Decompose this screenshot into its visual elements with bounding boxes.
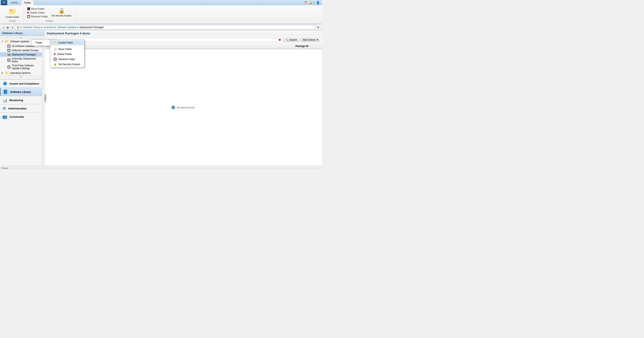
sidebar-scroll-down[interactable]: ▼ [0,75,42,78]
submenu-label-move-folder: Move Folder [58,48,72,51]
icon-3rd-party: 🔲 [7,66,10,69]
navigation-bar: ◀ ▶ ▾ 🏠 ▶ Software Library ▶ Overview ▶ … [0,24,322,30]
search-button[interactable]: 🔍 Search [283,38,300,42]
create-folder-button[interactable]: 📁 Create Folder [4,7,21,19]
submenu-icon-delete-folder: ✖ [54,53,56,56]
icon-administration: ⚙ [2,106,6,111]
submenu-icon-rename-folder: 🔲 [54,58,57,61]
home-icon[interactable]: 🏠 [16,26,20,29]
breadcrumb-overview[interactable]: Overview [44,26,54,29]
sidebar-collapse-button[interactable]: ◀ [44,94,46,102]
sidebar-item-software-update-groups[interactable]: 🔲 Software Update Groups [0,48,42,52]
icon-deployment-pkgs: 📦 [7,53,10,56]
folder-icon-software-updates: 📁 [5,40,9,43]
sidebar-item-third-party[interactable]: 🔲 Third-Party Software Update Catalogs [0,64,42,70]
nav-label-swlib: Software Library [10,90,31,93]
table-header: ▲ Icon Name Package ID [44,44,322,49]
ribbon-group-actions: ⬛ Move Folder ✖ Delete Folder 🔲 Rename F… [24,6,76,23]
ribbon-content: 📁 Create Folder Create ⬛ Move Folder ✖ D… [0,5,322,24]
nav-label-administration: Administration [8,107,27,110]
content-area: Deployment Packages 0 items ✖ 🔍 Search A… [44,30,322,166]
sidebar-scrollbar[interactable] [42,36,44,166]
sidebar-scroll-up[interactable]: ▲ [0,36,42,39]
search-button-label: Search [290,39,297,41]
forward-button[interactable]: ▶ [6,25,10,29]
delete-folder-button[interactable]: ✖ Delete Folder [26,11,49,15]
col-header-name[interactable]: Name [62,44,294,48]
sidebar-label-all-sw: All Software Updates [12,45,34,48]
delete-folder-label: Delete Folder [30,11,45,14]
top-right-icons: ❓ 🔔 1 👤 [302,1,321,4]
set-security-scopes-button[interactable]: 🔒 Set Security Scopes [50,7,73,18]
sidebar: Software Library ▲ ▼ 📁 Software Updates … [0,30,44,166]
nav-item-administration[interactable]: ⚙ Administration [0,104,42,112]
breadcrumb-software-library[interactable]: Software Library [23,26,40,29]
sidebar-label-auto-deploy: Automatic Deployment Rules [12,57,40,63]
actions-group-label: Actions [46,20,53,22]
ribbon-tab-bar: ▼ Home Folder ❓ 🔔 1 👤 [0,0,322,5]
nav-dropdown-button[interactable]: ▾ [11,25,14,29]
main-layout: Software Library ▲ ▼ 📁 Software Updates … [0,30,322,166]
ribbon-group-create: 📁 Create Folder Create [2,6,24,23]
tab-home[interactable]: Home [8,0,20,5]
search-bar: ✖ 🔍 Search Add Criteria ▼ [44,36,322,44]
submenu-label-set-security: Set Security Scopes [58,63,80,66]
submenu-icon-set-security: 🔒 [54,63,57,66]
nav-label-assets: Assets and Compliance [10,82,39,85]
breadcrumb-deployment-packages: Deployment Packages [80,26,104,29]
breadcrumb-dropdown-button[interactable]: ▼ [316,25,320,29]
icon-monitoring: 📊 [2,98,8,103]
info-icon: i [172,106,175,109]
user-icon[interactable]: 👤 [316,1,320,4]
set-security-icon: 🔒 [58,8,65,14]
nav-item-community[interactable]: 👥 Community [0,112,42,121]
sidebar-label-software-updates: Software Updates [10,40,29,43]
sidebar-label-deployment-pkgs: Deployment Packages [12,53,36,56]
rename-folder-button[interactable]: 🔲 Rename Folder [26,15,49,19]
icon-assets: 🔷 [2,81,8,86]
set-security-label: Set Security Scopes [52,14,72,17]
submenu-item-rename-folder[interactable]: 🔲 Rename Folder [50,57,84,62]
notification-icon[interactable]: 🔔 1 [309,1,315,4]
create-group-label: Create [9,20,16,22]
breadcrumb: 🏠 ▶ Software Library ▶ Overview ▶ Softwa… [15,25,315,30]
help-icon[interactable]: ❓ [304,1,307,4]
sidebar-label-os: Operating Systems [10,72,31,74]
sidebar-label-sw-groups: Software Update Groups [12,49,38,52]
sidebar-item-deployment-packages[interactable]: 📦 Deployment Packages [0,52,42,57]
submenu-icon-move-folder: ⬜ [54,48,57,51]
sidebar-item-auto-deployment[interactable]: 🔲 Automatic Deployment Rules [0,57,42,64]
expand-software-updates[interactable]: ▼ [1,40,4,43]
icon-os: 📁 [5,71,9,75]
icon-auto-deploy: 🔲 [7,59,10,62]
nav-item-assets[interactable]: 🔷 Assets and Compliance [0,79,42,88]
search-icon: 🔍 [286,39,288,41]
content-header: Deployment Packages 0 items [44,30,322,36]
col-header-pkgid[interactable]: Package ID [294,44,322,48]
create-folder-icon: 📁 [8,8,16,15]
move-folder-button[interactable]: ⬛ Move Folder [26,7,49,11]
tab-folder[interactable]: Folder [21,0,34,5]
sidebar-title: Software Library [0,30,44,36]
ribbon-folder-actions: ⬛ Move Folder ✖ Delete Folder 🔲 Rename F… [26,7,49,19]
submenu-item-move-folder[interactable]: ⬜ Move Folder [50,47,84,52]
add-criteria-button[interactable]: Add Criteria ▼ [301,38,320,42]
submenu-item-create-folder[interactable]: 📁 Create Folder [50,40,84,45]
delete-folder-icon: ✖ [27,11,29,14]
breadcrumb-software-updates[interactable]: Software Updates [57,26,76,29]
search-clear-button[interactable]: ✖ [278,38,282,42]
add-criteria-label: Add Criteria [303,39,316,41]
expand-os[interactable]: ▶ [1,72,4,74]
submenu-item-delete-folder[interactable]: ✖ Delete Folder [50,52,84,57]
submenu-label-rename-folder: Rename Folder [58,58,75,61]
back-button[interactable]: ◀ [2,25,6,29]
submenu-item-set-security[interactable]: 🔒 Set Security Scopes [50,62,84,67]
sidebar-tree: ▲ ▼ 📁 Software Updates 🔲 All Software Up… [0,36,42,166]
tab-app-menu[interactable]: ▼ [1,0,7,5]
move-folder-icon: ⬛ [27,7,30,10]
sidebar-item-operating-systems[interactable]: ▶ 📁 Operating Systems [0,70,42,75]
nav-item-swlib[interactable]: 📘 Software Library [0,88,42,96]
nav-item-monitoring[interactable]: 📊 Monitoring [0,96,42,104]
status-label: Ready [2,167,8,169]
submenu-label-delete-folder: Delete Folder [57,53,72,56]
